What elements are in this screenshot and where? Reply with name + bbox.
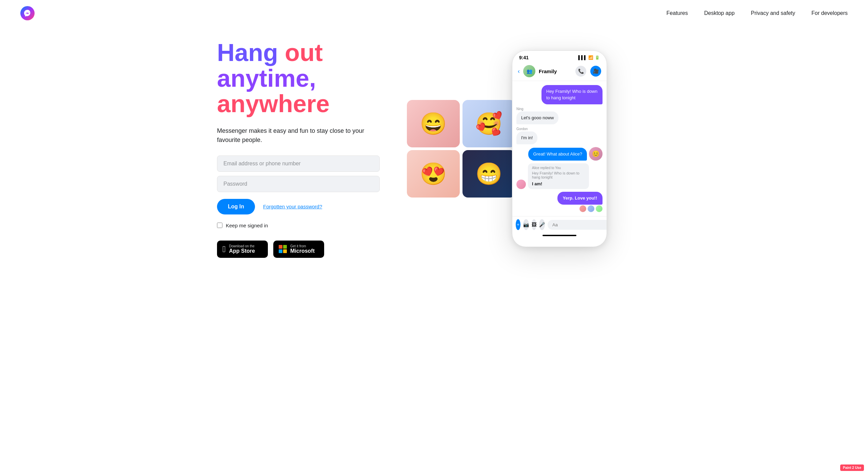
message-3-sender: Gordon [516, 127, 537, 131]
person-2: 🥰 [462, 100, 515, 147]
reply-bubble: Alice replied to You Hey Framily! Who is… [528, 163, 589, 189]
reply-avatar [516, 180, 526, 189]
person-4: 😁 [462, 150, 515, 198]
microsoft-store-badge[interactable]: Get it from Microsoft [273, 241, 324, 258]
love-bubble: Yerp. Love you!! [557, 192, 603, 205]
message-4-container: Great! What about Alice? 😊 [528, 147, 603, 161]
phone-status-bar: 9:41 ▌▌▌ 📶 🔋 [512, 51, 607, 62]
header-actions: 📞 🎥 [575, 66, 601, 77]
small-avatar-3 [596, 205, 603, 212]
add-button[interactable]: ＋ [516, 219, 520, 230]
message-4: Great! What about Alice? [528, 148, 587, 161]
email-input[interactable] [217, 156, 380, 172]
apple-icon:  [222, 244, 226, 254]
group-name: Framily [539, 68, 572, 74]
main-container: Hang out anytime, anywhere Messenger mak… [197, 26, 671, 278]
apple-badge-store-text: App Store [229, 248, 255, 254]
apple-app-store-badge[interactable]:  Download on the App Store [217, 241, 268, 258]
message-1: Hey Framily! Who is down to hang tonight [541, 85, 603, 104]
reply-original-text: Hey Framily! Who is down to hang tonight [532, 171, 585, 179]
image-button[interactable]: 🖼 [532, 219, 536, 230]
keep-signed-checkbox[interactable] [217, 223, 222, 228]
navbar: Features Desktop app Privacy and safety … [0, 0, 868, 26]
keep-signed-label[interactable]: Keep me signed in [226, 223, 268, 228]
chat-messages: Hey Framily! Who is down to hang tonight… [512, 81, 607, 216]
love-message-container: Yerp. Love you!! [557, 192, 603, 212]
hero-word-out: out [285, 39, 323, 66]
wifi-icon: 📶 [588, 55, 593, 60]
mic-button[interactable]: 🎤 [539, 219, 545, 230]
reply-response: I am! [532, 181, 585, 186]
status-icons: ▌▌▌ 📶 🔋 [578, 55, 600, 60]
status-time: 9:41 [519, 55, 529, 60]
message-2: Let's gooo noww [516, 111, 558, 124]
video-cell-1: 😄 [407, 100, 460, 147]
right-section: 😄 🥰 😍 😁 9:41 ▌▌▌ 📶 🔋 [407, 47, 651, 250]
login-button[interactable]: Log In [217, 199, 255, 214]
message-3: I'm in! [516, 131, 537, 144]
keep-signed-row: Keep me signed in [217, 223, 380, 228]
login-row: Log In Forgotten your password? [217, 199, 380, 214]
video-cell-4: 😁 [462, 150, 515, 198]
reply-label: Alice replied to You [532, 166, 585, 170]
chat-input-bar: ＋ 📷 🖼 🎤 😊 👍 [512, 216, 607, 233]
nav-features[interactable]: Features [667, 10, 688, 16]
back-arrow-icon[interactable]: ‹ [518, 68, 520, 75]
hero-title: Hang out anytime, anywhere [217, 40, 380, 117]
message-2-container: Ning Let's gooo noww [516, 107, 558, 124]
hero-word-anywhere: anywhere [217, 90, 330, 117]
phone-header: ‹ 👥 Framily 📞 🎥 [512, 62, 607, 81]
chat-text-input[interactable] [548, 220, 607, 230]
apple-badge-pre-text: Download on the [229, 244, 255, 248]
nav-privacy-safety[interactable]: Privacy and safety [751, 10, 795, 16]
alice-avatar: 😊 [589, 147, 603, 161]
forgot-password-link[interactable]: Forgotten your password? [263, 204, 322, 209]
nav-for-developers[interactable]: For developers [811, 10, 848, 16]
avatar-row [557, 205, 603, 212]
messenger-logo-icon [20, 6, 35, 20]
video-cell-2: 🥰 [462, 100, 515, 147]
battery-icon: 🔋 [595, 55, 600, 60]
message-2-sender: Ning [516, 107, 558, 111]
phone-mockup: 9:41 ▌▌▌ 📶 🔋 ‹ 👥 Framily 📞 🎥 [512, 50, 607, 247]
message-3-container: Gordon I'm in! [516, 127, 537, 144]
reply-container: Alice replied to You Hey Framily! Who is… [516, 163, 603, 189]
microsoft-badge-pre-text: Get it from [290, 244, 315, 248]
hero-subtitle: Messenger makes it easy and fun to stay … [217, 126, 380, 145]
logo [20, 6, 35, 20]
camera-button[interactable]: 📷 [523, 219, 529, 230]
hero-word-hang: Hang [217, 39, 278, 66]
video-cell-3: 😍 [407, 150, 460, 198]
small-avatar-1 [579, 205, 586, 212]
small-avatar-2 [588, 205, 594, 212]
paint-badge: Paint 2 Use [840, 464, 864, 471]
phone-call-button[interactable]: 📞 [575, 66, 586, 77]
microsoft-badge-store-text: Microsoft [290, 248, 315, 254]
nav-desktop-app[interactable]: Desktop app [704, 10, 735, 16]
signal-icon: ▌▌▌ [578, 55, 587, 60]
password-input[interactable] [217, 176, 380, 192]
video-grid: 😄 🥰 😍 😁 [407, 100, 515, 198]
home-indicator [542, 235, 576, 236]
nav-links: Features Desktop app Privacy and safety … [667, 10, 848, 16]
hero-word-anytime: anytime, [217, 65, 316, 92]
person-3: 😍 [407, 150, 460, 198]
app-badges:  Download on the App Store Get it from … [217, 241, 380, 258]
microsoft-logo-icon [279, 245, 287, 253]
left-section: Hang out anytime, anywhere Messenger mak… [217, 40, 380, 258]
person-1: 😄 [407, 100, 460, 147]
video-call-button[interactable]: 🎥 [590, 66, 601, 77]
group-avatar: 👥 [523, 65, 535, 77]
